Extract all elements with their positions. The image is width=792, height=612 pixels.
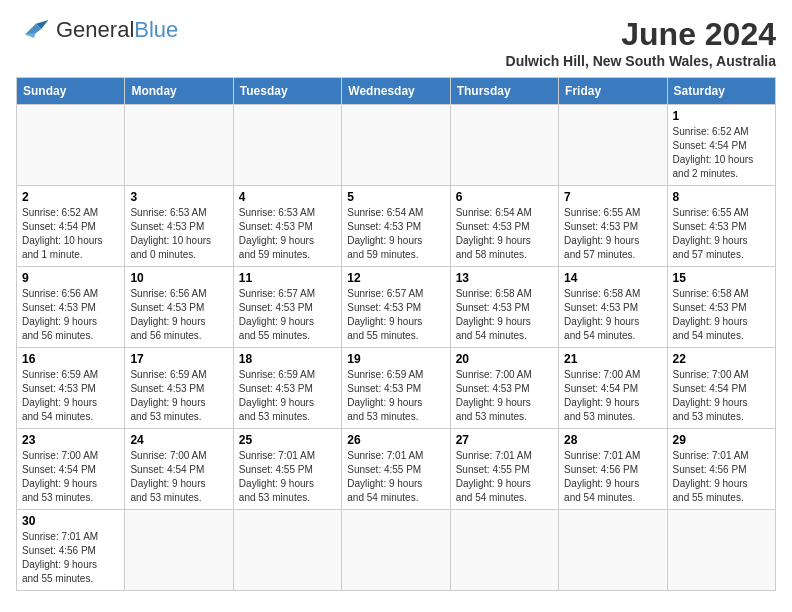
day-cell (667, 510, 775, 591)
day-info: Sunrise: 7:01 AM Sunset: 4:56 PM Dayligh… (673, 449, 770, 505)
day-info: Sunrise: 7:01 AM Sunset: 4:55 PM Dayligh… (347, 449, 444, 505)
day-cell (125, 510, 233, 591)
day-cell: 26Sunrise: 7:01 AM Sunset: 4:55 PM Dayli… (342, 429, 450, 510)
day-number: 26 (347, 433, 444, 447)
day-cell: 23Sunrise: 7:00 AM Sunset: 4:54 PM Dayli… (17, 429, 125, 510)
day-info: Sunrise: 7:01 AM Sunset: 4:56 PM Dayligh… (564, 449, 661, 505)
header-friday: Friday (559, 78, 667, 105)
day-number: 1 (673, 109, 770, 123)
calendar-table: SundayMondayTuesdayWednesdayThursdayFrid… (16, 77, 776, 591)
day-cell: 21Sunrise: 7:00 AM Sunset: 4:54 PM Dayli… (559, 348, 667, 429)
day-number: 28 (564, 433, 661, 447)
day-cell: 17Sunrise: 6:59 AM Sunset: 4:53 PM Dayli… (125, 348, 233, 429)
day-number: 10 (130, 271, 227, 285)
day-info: Sunrise: 6:59 AM Sunset: 4:53 PM Dayligh… (130, 368, 227, 424)
day-cell: 1Sunrise: 6:52 AM Sunset: 4:54 PM Daylig… (667, 105, 775, 186)
day-number: 5 (347, 190, 444, 204)
month-title: June 2024 (506, 16, 776, 53)
day-number: 16 (22, 352, 119, 366)
day-number: 13 (456, 271, 553, 285)
day-number: 7 (564, 190, 661, 204)
day-cell: 10Sunrise: 6:56 AM Sunset: 4:53 PM Dayli… (125, 267, 233, 348)
day-info: Sunrise: 6:52 AM Sunset: 4:54 PM Dayligh… (673, 125, 770, 181)
day-cell: 2Sunrise: 6:52 AM Sunset: 4:54 PM Daylig… (17, 186, 125, 267)
header-tuesday: Tuesday (233, 78, 341, 105)
day-cell (233, 105, 341, 186)
day-info: Sunrise: 6:58 AM Sunset: 4:53 PM Dayligh… (673, 287, 770, 343)
header-monday: Monday (125, 78, 233, 105)
day-number: 2 (22, 190, 119, 204)
header-sunday: Sunday (17, 78, 125, 105)
title-block: June 2024 Dulwich Hill, New South Wales,… (506, 16, 776, 69)
day-cell (342, 105, 450, 186)
day-info: Sunrise: 6:54 AM Sunset: 4:53 PM Dayligh… (347, 206, 444, 262)
location: Dulwich Hill, New South Wales, Australia (506, 53, 776, 69)
day-info: Sunrise: 6:53 AM Sunset: 4:53 PM Dayligh… (130, 206, 227, 262)
day-info: Sunrise: 6:53 AM Sunset: 4:53 PM Dayligh… (239, 206, 336, 262)
day-number: 21 (564, 352, 661, 366)
day-cell: 16Sunrise: 6:59 AM Sunset: 4:53 PM Dayli… (17, 348, 125, 429)
week-row-0: 1Sunrise: 6:52 AM Sunset: 4:54 PM Daylig… (17, 105, 776, 186)
day-cell: 28Sunrise: 7:01 AM Sunset: 4:56 PM Dayli… (559, 429, 667, 510)
day-cell (450, 105, 558, 186)
day-info: Sunrise: 7:00 AM Sunset: 4:53 PM Dayligh… (456, 368, 553, 424)
day-number: 14 (564, 271, 661, 285)
day-info: Sunrise: 7:01 AM Sunset: 4:55 PM Dayligh… (456, 449, 553, 505)
day-cell: 22Sunrise: 7:00 AM Sunset: 4:54 PM Dayli… (667, 348, 775, 429)
day-cell: 8Sunrise: 6:55 AM Sunset: 4:53 PM Daylig… (667, 186, 775, 267)
day-info: Sunrise: 6:59 AM Sunset: 4:53 PM Dayligh… (239, 368, 336, 424)
logo-general: GeneralBlue (56, 17, 178, 42)
day-number: 19 (347, 352, 444, 366)
day-info: Sunrise: 6:55 AM Sunset: 4:53 PM Dayligh… (673, 206, 770, 262)
day-number: 17 (130, 352, 227, 366)
day-number: 20 (456, 352, 553, 366)
day-cell: 13Sunrise: 6:58 AM Sunset: 4:53 PM Dayli… (450, 267, 558, 348)
week-row-5: 30Sunrise: 7:01 AM Sunset: 4:56 PM Dayli… (17, 510, 776, 591)
day-info: Sunrise: 6:54 AM Sunset: 4:53 PM Dayligh… (456, 206, 553, 262)
day-info: Sunrise: 6:58 AM Sunset: 4:53 PM Dayligh… (564, 287, 661, 343)
day-cell (17, 105, 125, 186)
day-info: Sunrise: 7:00 AM Sunset: 4:54 PM Dayligh… (564, 368, 661, 424)
day-cell: 27Sunrise: 7:01 AM Sunset: 4:55 PM Dayli… (450, 429, 558, 510)
logo-blue: Blue (134, 17, 178, 42)
day-number: 22 (673, 352, 770, 366)
day-cell: 4Sunrise: 6:53 AM Sunset: 4:53 PM Daylig… (233, 186, 341, 267)
day-number: 12 (347, 271, 444, 285)
day-number: 24 (130, 433, 227, 447)
day-cell (559, 105, 667, 186)
day-number: 23 (22, 433, 119, 447)
day-cell: 19Sunrise: 6:59 AM Sunset: 4:53 PM Dayli… (342, 348, 450, 429)
day-number: 27 (456, 433, 553, 447)
day-cell: 3Sunrise: 6:53 AM Sunset: 4:53 PM Daylig… (125, 186, 233, 267)
day-cell: 24Sunrise: 7:00 AM Sunset: 4:54 PM Dayli… (125, 429, 233, 510)
day-cell (233, 510, 341, 591)
day-info: Sunrise: 6:59 AM Sunset: 4:53 PM Dayligh… (347, 368, 444, 424)
day-number: 30 (22, 514, 119, 528)
calendar-header: SundayMondayTuesdayWednesdayThursdayFrid… (17, 78, 776, 105)
day-info: Sunrise: 6:59 AM Sunset: 4:53 PM Dayligh… (22, 368, 119, 424)
week-row-3: 16Sunrise: 6:59 AM Sunset: 4:53 PM Dayli… (17, 348, 776, 429)
week-row-4: 23Sunrise: 7:00 AM Sunset: 4:54 PM Dayli… (17, 429, 776, 510)
day-number: 3 (130, 190, 227, 204)
day-info: Sunrise: 6:56 AM Sunset: 4:53 PM Dayligh… (130, 287, 227, 343)
header-wednesday: Wednesday (342, 78, 450, 105)
week-row-2: 9Sunrise: 6:56 AM Sunset: 4:53 PM Daylig… (17, 267, 776, 348)
day-number: 25 (239, 433, 336, 447)
day-cell: 11Sunrise: 6:57 AM Sunset: 4:53 PM Dayli… (233, 267, 341, 348)
day-cell: 5Sunrise: 6:54 AM Sunset: 4:53 PM Daylig… (342, 186, 450, 267)
day-number: 9 (22, 271, 119, 285)
day-cell: 6Sunrise: 6:54 AM Sunset: 4:53 PM Daylig… (450, 186, 558, 267)
day-info: Sunrise: 6:55 AM Sunset: 4:53 PM Dayligh… (564, 206, 661, 262)
day-info: Sunrise: 7:00 AM Sunset: 4:54 PM Dayligh… (22, 449, 119, 505)
day-info: Sunrise: 6:58 AM Sunset: 4:53 PM Dayligh… (456, 287, 553, 343)
day-number: 29 (673, 433, 770, 447)
day-info: Sunrise: 6:56 AM Sunset: 4:53 PM Dayligh… (22, 287, 119, 343)
day-cell: 9Sunrise: 6:56 AM Sunset: 4:53 PM Daylig… (17, 267, 125, 348)
day-cell: 12Sunrise: 6:57 AM Sunset: 4:53 PM Dayli… (342, 267, 450, 348)
day-info: Sunrise: 7:00 AM Sunset: 4:54 PM Dayligh… (130, 449, 227, 505)
day-cell (342, 510, 450, 591)
day-cell: 30Sunrise: 7:01 AM Sunset: 4:56 PM Dayli… (17, 510, 125, 591)
day-info: Sunrise: 7:01 AM Sunset: 4:56 PM Dayligh… (22, 530, 119, 586)
day-cell (450, 510, 558, 591)
day-number: 15 (673, 271, 770, 285)
